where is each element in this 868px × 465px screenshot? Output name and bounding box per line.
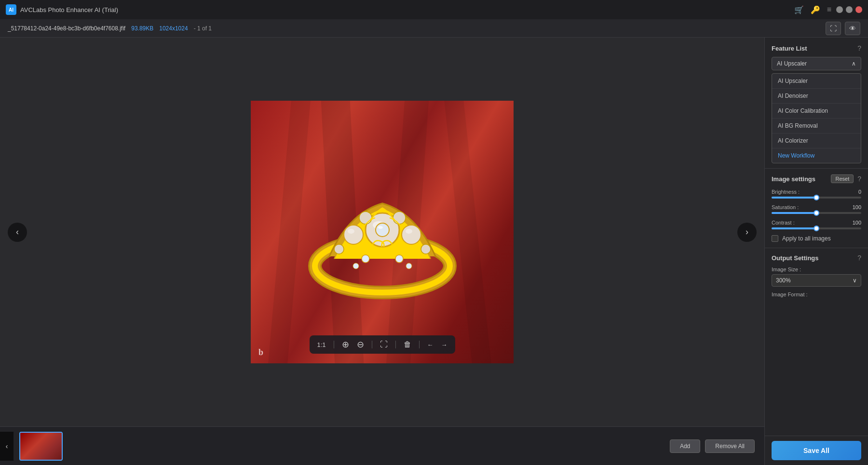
- image-settings-help-icon[interactable]: ?: [857, 175, 861, 183]
- chevron-up-icon: ∧: [852, 60, 856, 67]
- prev-image-button[interactable]: ←: [427, 341, 434, 348]
- feature-item-ai-upscaler[interactable]: AI Upscaler: [772, 74, 861, 89]
- key-icon[interactable]: 🔑: [811, 5, 820, 14]
- svg-point-20: [406, 263, 412, 269]
- saturation-label-row: Saturation : 100: [772, 204, 861, 210]
- app-logo: AI: [6, 4, 16, 15]
- feature-list-title: Feature List: [772, 45, 807, 52]
- filesize: 93.89KB: [131, 25, 153, 32]
- brightness-slider-thumb[interactable]: [814, 195, 819, 200]
- nav-next-button[interactable]: ›: [737, 223, 757, 242]
- feature-selected: AI Upscaler: [777, 60, 807, 67]
- svg-point-11: [402, 225, 421, 244]
- ring-svg: [291, 155, 474, 309]
- file-info-actions: ⛶ 👁: [826, 22, 860, 35]
- maximize-button[interactable]: □: [846, 6, 853, 13]
- minimize-button[interactable]: —: [836, 6, 843, 13]
- brightness-slider-fill: [772, 197, 816, 199]
- brightness-value: 0: [858, 189, 861, 195]
- output-settings-header: Output Settings ?: [772, 254, 861, 262]
- contrast-label: Contrast :: [772, 220, 795, 226]
- saturation-slider-thumb[interactable]: [814, 210, 819, 216]
- zoom-100-button[interactable]: 1:1: [317, 341, 326, 348]
- crop-button[interactable]: ⛶: [826, 22, 841, 35]
- center-panel: ‹: [0, 38, 764, 465]
- add-button[interactable]: Add: [670, 439, 700, 453]
- feature-item-new-workflow[interactable]: New Workflow: [772, 148, 861, 163]
- feature-item-ai-colorizer[interactable]: AI Colorizer: [772, 133, 861, 148]
- toolbar-divider: [334, 341, 334, 348]
- brightness-label: Brightness :: [772, 189, 800, 195]
- bottom-scroll-left-button[interactable]: ‹: [0, 432, 14, 461]
- output-help-icon[interactable]: ?: [857, 254, 861, 262]
- svg-point-13: [359, 212, 372, 224]
- image-size-label: Image Size :: [772, 266, 861, 272]
- contrast-slider-track[interactable]: [772, 227, 861, 229]
- toolbar-divider4: [419, 341, 420, 348]
- svg-point-16: [421, 244, 431, 254]
- title-bar: AI AVCLabs Photo Enhancer AI (Trial) 🛒 🔑…: [0, 0, 868, 19]
- save-all-button[interactable]: Save All: [772, 441, 861, 460]
- image-size-value: 300%: [776, 277, 791, 284]
- brightness-slider-track[interactable]: [772, 197, 861, 199]
- contrast-slider-fill: [772, 227, 816, 229]
- zoom-out-button[interactable]: ⊖: [357, 339, 364, 350]
- feature-item-ai-denoiser[interactable]: AI Denoiser: [772, 89, 861, 104]
- toolbar-divider2: [372, 341, 372, 348]
- thumbnail-image: [20, 433, 62, 460]
- svg-point-19: [353, 263, 359, 269]
- feature-item-ai-bg-removal[interactable]: AI BG Removal: [772, 119, 861, 133]
- feature-dropdown[interactable]: AI Upscaler ∧: [772, 57, 861, 70]
- contrast-label-row: Contrast : 100: [772, 220, 861, 226]
- zoom-in-button[interactable]: ⊕: [342, 339, 349, 350]
- apply-all-checkbox[interactable]: [772, 235, 778, 242]
- svg-point-10: [348, 229, 354, 234]
- contrast-value: 100: [853, 220, 861, 226]
- cart-icon[interactable]: 🛒: [794, 5, 804, 14]
- main-image: b: [251, 101, 514, 363]
- svg-point-14: [393, 212, 406, 224]
- nav-prev-button[interactable]: ‹: [8, 223, 27, 242]
- image-viewer: ‹: [0, 38, 764, 426]
- contrast-slider-thumb[interactable]: [814, 226, 819, 231]
- image-settings-header: Image settings Reset ?: [772, 174, 861, 183]
- save-all-area: Save All: [765, 436, 868, 465]
- image-size-select[interactable]: 300% ∨: [772, 274, 861, 287]
- reset-button[interactable]: Reset: [831, 174, 854, 183]
- window-controls: — □ ✕: [836, 6, 862, 13]
- svg-point-15: [334, 244, 344, 254]
- thumbnail-item[interactable]: [19, 432, 63, 461]
- delete-button[interactable]: 🗑: [404, 340, 411, 349]
- saturation-value: 100: [853, 204, 861, 210]
- image-settings-section: Image settings Reset ? Brightness : 0 Sa…: [765, 169, 868, 248]
- svg-point-12: [406, 229, 412, 234]
- feature-list-help-icon[interactable]: ?: [857, 44, 861, 52]
- filename: _51778412-0a24-49e8-bc3b-d6fb0e4f7608.jf…: [8, 25, 125, 32]
- saturation-slider-fill: [772, 212, 816, 214]
- brightness-label-row: Brightness : 0: [772, 189, 861, 195]
- apply-all-label: Apply to all images: [782, 235, 831, 242]
- feature-list-section: Feature List ? AI Upscaler ∧ AI Upscaler…: [765, 38, 868, 169]
- image-settings-title: Image settings: [772, 175, 827, 183]
- viewer-toolbar: 1:1 ⊕ ⊖ ⛶ 🗑 ← →: [309, 335, 455, 354]
- apply-all-row: Apply to all images: [772, 235, 861, 242]
- remove-all-button[interactable]: Remove All: [705, 439, 755, 453]
- output-settings-section: Output Settings ? Image Size : 300% ∨ Im…: [765, 248, 868, 308]
- brightness-setting: Brightness : 0: [772, 189, 861, 199]
- feature-item-ai-color-calibration[interactable]: AI Color Calibration: [772, 104, 861, 119]
- preview-button[interactable]: 👁: [845, 22, 860, 35]
- menu-icon[interactable]: ≡: [827, 5, 831, 14]
- next-image-button[interactable]: →: [441, 341, 448, 348]
- size-chevron-icon: ∨: [853, 277, 857, 284]
- svg-point-17: [362, 255, 369, 263]
- crop-tool-button[interactable]: ⛶: [380, 340, 388, 349]
- main-image-container: b 1:1 ⊕ ⊖ ⛶ 🗑 ← →: [251, 101, 514, 363]
- app-title: AVCLabs Photo Enhancer AI (Trial): [20, 6, 794, 13]
- feature-list: AI Upscaler AI Denoiser AI Color Calibra…: [772, 73, 861, 163]
- svg-point-7: [376, 223, 389, 237]
- file-info-bar: _51778412-0a24-49e8-bc3b-d6fb0e4f7608.jf…: [0, 19, 868, 38]
- saturation-slider-track[interactable]: [772, 212, 861, 214]
- bottom-bar: ‹ Add Remove All: [0, 426, 764, 465]
- close-button[interactable]: ✕: [855, 6, 862, 13]
- image-format-label: Image Format :: [772, 292, 861, 297]
